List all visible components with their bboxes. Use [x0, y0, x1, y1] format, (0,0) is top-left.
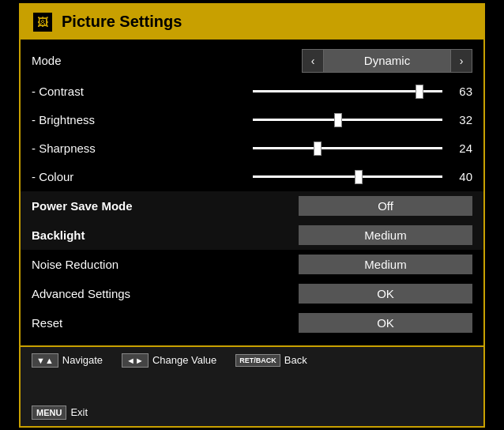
footer-change: ◄► Change Value	[122, 353, 216, 368]
option-row[interactable]: Backlight Medium	[21, 221, 483, 250]
mode-arrow-right[interactable]: ›	[450, 49, 472, 73]
panel-header: 🖼 Picture Settings	[21, 5, 483, 40]
option-value: OK	[299, 313, 472, 333]
option-row[interactable]: Noise Reduction Medium	[21, 250, 483, 279]
slider-track[interactable]	[253, 90, 442, 92]
navigate-label: Navigate	[62, 354, 103, 366]
slider-value: 24	[450, 141, 472, 155]
slider-label: - Brightness	[32, 113, 253, 126]
option-value: OK	[299, 284, 472, 304]
mode-value: Dynamic	[324, 49, 450, 73]
slider-track[interactable]	[253, 175, 442, 178]
option-rows: Power Save Mode Off Backlight Medium Noi…	[21, 191, 483, 338]
slider-value: 32	[450, 113, 472, 126]
option-value: Medium	[299, 255, 472, 274]
panel-icon: 🖼	[32, 11, 54, 33]
footer-back: RET/BACK Back	[235, 354, 307, 367]
option-label: Backlight	[32, 228, 253, 242]
option-value: Medium	[299, 225, 472, 245]
change-keys-icon: ◄►	[122, 353, 149, 368]
slider-row[interactable]: - Brightness 32	[21, 106, 483, 134]
slider-rows: - Contrast 63 - Brightness 32 - Sharpnes…	[21, 77, 483, 191]
footer-navigate: ▼▲ Navigate	[32, 353, 103, 368]
slider-track[interactable]	[253, 147, 442, 149]
menu-key-icon: MENU	[32, 405, 66, 420]
slider-control[interactable]: 24	[253, 141, 472, 155]
option-label: Power Save Mode	[32, 199, 253, 213]
slider-row[interactable]: - Contrast 63	[21, 77, 483, 106]
option-row[interactable]: Reset OK	[21, 308, 483, 338]
mode-label: Mode	[32, 54, 253, 67]
footer-menu: MENU Exit	[32, 405, 88, 420]
slider-row[interactable]: - Colour 40	[21, 163, 483, 191]
slider-label: - Sharpness	[32, 141, 253, 155]
slider-value: 40	[450, 170, 472, 183]
mode-arrow-left[interactable]: ‹	[302, 49, 324, 73]
navigate-keys-icon: ▼▲	[32, 353, 58, 368]
back-label: Back	[284, 354, 307, 366]
slider-row[interactable]: - Sharpness 24	[21, 134, 483, 163]
slider-control[interactable]: 32	[253, 113, 472, 126]
slider-control[interactable]: 40	[253, 170, 472, 183]
mode-row[interactable]: Mode ‹ Dynamic ›	[21, 44, 483, 77]
picture-settings-panel: 🖼 Picture Settings Mode ‹ Dynamic › - Co…	[19, 3, 485, 428]
change-label: Change Value	[152, 354, 216, 366]
slider-thumb[interactable]	[416, 85, 423, 99]
slider-track[interactable]	[253, 119, 442, 121]
option-label: Reset	[32, 316, 253, 330]
slider-value: 63	[450, 85, 472, 98]
footer: ▼▲ Navigate ◄► Change Value RET/BACK Bac…	[21, 345, 483, 426]
option-label: Noise Reduction	[32, 258, 253, 271]
option-label: Advanced Settings	[32, 287, 253, 300]
slider-label: - Contrast	[32, 85, 253, 98]
exit-label: Exit	[70, 406, 88, 418]
settings-body: Mode ‹ Dynamic › - Contrast 63 - Brightn…	[21, 40, 483, 338]
panel-title: Picture Settings	[62, 13, 182, 31]
option-row[interactable]: Advanced Settings OK	[21, 279, 483, 308]
back-key-icon: RET/BACK	[235, 354, 280, 367]
slider-thumb[interactable]	[334, 113, 342, 127]
option-value: Off	[299, 196, 472, 216]
slider-thumb[interactable]	[314, 141, 322, 156]
mode-control[interactable]: ‹ Dynamic ›	[302, 49, 472, 73]
option-row[interactable]: Power Save Mode Off	[21, 191, 483, 221]
slider-control[interactable]: 63	[253, 85, 472, 98]
slider-label: - Colour	[32, 170, 253, 183]
slider-thumb[interactable]	[355, 170, 363, 184]
